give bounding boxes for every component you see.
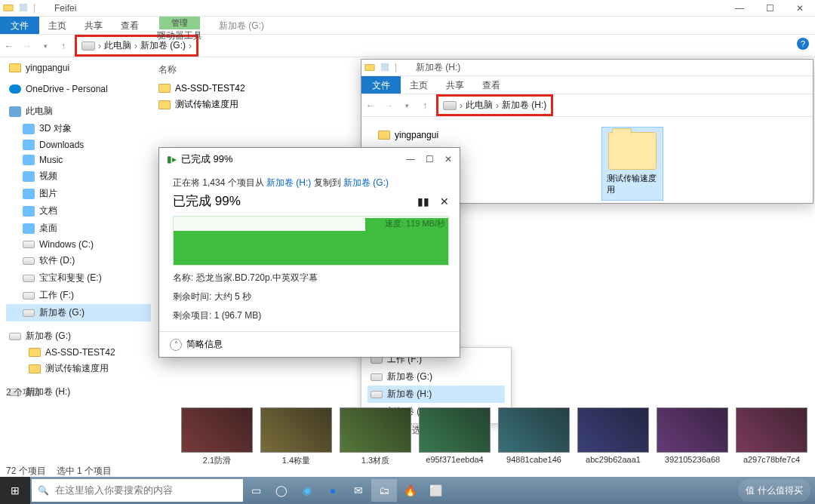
tree-item-label: 测试传输速度用 bbox=[45, 362, 109, 375]
navigation-tree[interactable]: yingpanguiOneDrive - Personal此电脑3D 对象Dow… bbox=[0, 57, 151, 410]
address-bar[interactable]: › 此电脑 › 新加卷 (H:) bbox=[438, 97, 551, 114]
thumbnail-item[interactable]: 94881cabe146 bbox=[498, 407, 570, 466]
explorer-icon[interactable]: 🗂 bbox=[371, 479, 397, 502]
close-button[interactable]: ✕ bbox=[444, 154, 452, 164]
tree-item-label: Downloads bbox=[39, 140, 84, 150]
chevron-right-icon[interactable]: › bbox=[134, 41, 137, 51]
tree-item[interactable]: 新加卷 (G:) bbox=[6, 304, 151, 321]
tree-item[interactable]: 图片 bbox=[6, 185, 151, 202]
minimize-button[interactable]: — bbox=[724, 0, 755, 17]
minimize-button[interactable]: — bbox=[406, 154, 415, 164]
tree-item[interactable]: 新加卷 (G:) bbox=[6, 327, 151, 345]
file-tab[interactable]: 文件 bbox=[0, 17, 39, 34]
task-view-icon[interactable]: ▭ bbox=[243, 479, 269, 502]
copy-progress-dialog: ▮▸ 已完成 99% — ☐ ✕ 正在将 1,434 个项目从 新加卷 (H:)… bbox=[158, 147, 460, 358]
tree-item[interactable]: 此电脑 bbox=[6, 103, 151, 120]
tree-item[interactable]: Windows (C:) bbox=[6, 237, 151, 252]
source-link[interactable]: 新加卷 (H:) bbox=[266, 177, 311, 188]
thumbnail-item[interactable]: 1.3材质 bbox=[340, 407, 411, 466]
close-button[interactable]: ✕ bbox=[785, 0, 815, 17]
manage-contextual-tab: 管理 bbox=[159, 17, 200, 29]
breadcrumb-part[interactable]: 此电脑 bbox=[466, 99, 493, 112]
tab-drive-tools[interactable]: 驱动器工具 bbox=[148, 29, 211, 45]
tree-item[interactable]: yingpangui bbox=[6, 60, 151, 75]
thumbnail-item[interactable]: abc29b62aaa1 bbox=[577, 407, 649, 466]
thumbnail-image bbox=[498, 407, 570, 453]
thumbnail-image bbox=[419, 407, 491, 453]
search-placeholder: 在这里输入你要搜索的内容 bbox=[55, 484, 173, 497]
tree-item[interactable]: 宝宝和斐斐 (E:) bbox=[6, 269, 151, 287]
cancel-button[interactable]: ✕ bbox=[440, 195, 449, 207]
cortana-icon[interactable]: ◯ bbox=[269, 479, 294, 502]
dest-link[interactable]: 新加卷 (G:) bbox=[343, 177, 389, 188]
browser-icon[interactable]: ● bbox=[320, 479, 346, 502]
time-remaining-row: 剩余时间: 大约 5 秒 bbox=[173, 284, 449, 303]
chevron-up-icon[interactable]: ˄ bbox=[170, 339, 182, 351]
tab-share[interactable]: 共享 bbox=[75, 17, 112, 34]
tab-view[interactable]: 查看 bbox=[112, 17, 148, 34]
tab-share[interactable]: 共享 bbox=[437, 76, 473, 94]
breadcrumb-part[interactable]: 新加卷 (H:) bbox=[502, 99, 546, 112]
item-count: 2 个项目 bbox=[6, 386, 41, 399]
tree-item[interactable]: 软件 (D:) bbox=[6, 252, 151, 269]
tree-item[interactable]: 视频 bbox=[6, 167, 151, 185]
chevron-right-icon[interactable]: › bbox=[496, 100, 499, 111]
help-icon[interactable]: ? bbox=[797, 38, 809, 50]
file-tab[interactable]: 文件 bbox=[361, 76, 401, 94]
qat-icon[interactable] bbox=[380, 62, 392, 74]
forward-button[interactable]: → bbox=[380, 100, 398, 111]
maximize-button[interactable]: ☐ bbox=[755, 0, 785, 17]
tab-home[interactable]: 主页 bbox=[39, 17, 75, 34]
thumbnail-item[interactable]: 392105236a68 bbox=[657, 407, 728, 466]
tree-item-label: 3D 对象 bbox=[39, 122, 72, 135]
thumbnail-image bbox=[736, 407, 807, 453]
breadcrumb-part[interactable]: 此电脑 bbox=[104, 39, 131, 52]
maximize-button[interactable]: ☐ bbox=[426, 154, 434, 164]
app-icon[interactable]: ⬜ bbox=[423, 479, 448, 502]
qat-icon[interactable] bbox=[18, 2, 30, 14]
edge-icon[interactable]: ◉ bbox=[294, 479, 320, 502]
tab-home[interactable]: 主页 bbox=[401, 76, 437, 94]
details-toggle[interactable]: 简略信息 bbox=[186, 338, 223, 351]
chevron-right-icon[interactable]: › bbox=[460, 100, 463, 111]
up-button[interactable]: ↑ bbox=[54, 41, 72, 51]
tree-item-label: yingpangui bbox=[395, 130, 438, 140]
search-input[interactable]: 🔍 在这里输入你要搜索的内容 bbox=[32, 479, 243, 502]
thumbnail-item[interactable]: 1.4称量 bbox=[260, 407, 332, 466]
tree-item[interactable]: Downloads bbox=[6, 137, 151, 152]
thumbnail-item[interactable]: e95f371eebda4 bbox=[419, 407, 491, 466]
tree-item[interactable]: yingpangui bbox=[378, 128, 438, 143]
thumbnail-item[interactable]: 2.1防滑 bbox=[181, 407, 253, 466]
recent-dropdown[interactable]: ▾ bbox=[36, 42, 54, 50]
tree-item[interactable]: 新加卷 (H:) bbox=[368, 386, 505, 403]
tree-item[interactable]: AS-SSD-TEST42 bbox=[6, 345, 151, 360]
tree-item[interactable]: 3D 对象 bbox=[6, 120, 151, 137]
tree-item[interactable]: OneDrive - Personal bbox=[6, 81, 151, 97]
tree-item[interactable]: 工作 (F:) bbox=[6, 287, 151, 304]
back-button[interactable]: ← bbox=[361, 100, 380, 111]
recent-dropdown[interactable]: ▾ bbox=[398, 102, 416, 109]
tree-item[interactable]: Music bbox=[6, 152, 151, 167]
tree-item[interactable]: 测试传输速度用 bbox=[6, 360, 151, 377]
tree-item[interactable]: 桌面 bbox=[6, 220, 151, 237]
pause-button[interactable]: ▮▮ bbox=[417, 195, 429, 207]
tab-view[interactable]: 查看 bbox=[473, 76, 509, 94]
column-header-name[interactable]: 名称 bbox=[158, 63, 245, 81]
tree-item[interactable]: 文档 bbox=[6, 202, 151, 220]
list-item[interactable]: 测试传输速度用 bbox=[158, 96, 245, 113]
svg-rect-1 bbox=[20, 3, 28, 11]
app-icon[interactable]: 🔥 bbox=[397, 479, 423, 502]
forward-button[interactable]: → bbox=[18, 41, 36, 51]
tree-item[interactable]: 新加卷 (G:) bbox=[368, 368, 505, 386]
speed-chart: 速度: 119 MB/秒 bbox=[173, 216, 449, 266]
up-button[interactable]: ↑ bbox=[416, 100, 434, 111]
thumbnail-image bbox=[657, 407, 728, 453]
folder-item[interactable]: 测试传输速度用 bbox=[602, 128, 663, 200]
thumbnail-item[interactable]: a297c78bfe7c4 bbox=[736, 407, 807, 466]
start-button[interactable]: ⊞ bbox=[0, 477, 30, 504]
mail-icon[interactable]: ✉ bbox=[346, 479, 371, 502]
list-item[interactable]: AS-SSD-TEST42 bbox=[158, 81, 245, 96]
copy-description: 正在将 1,434 个项目从 新加卷 (H:) 复制到 新加卷 (G:) bbox=[173, 177, 449, 189]
back-button[interactable]: ← bbox=[0, 41, 18, 51]
chevron-right-icon[interactable]: › bbox=[98, 41, 101, 51]
